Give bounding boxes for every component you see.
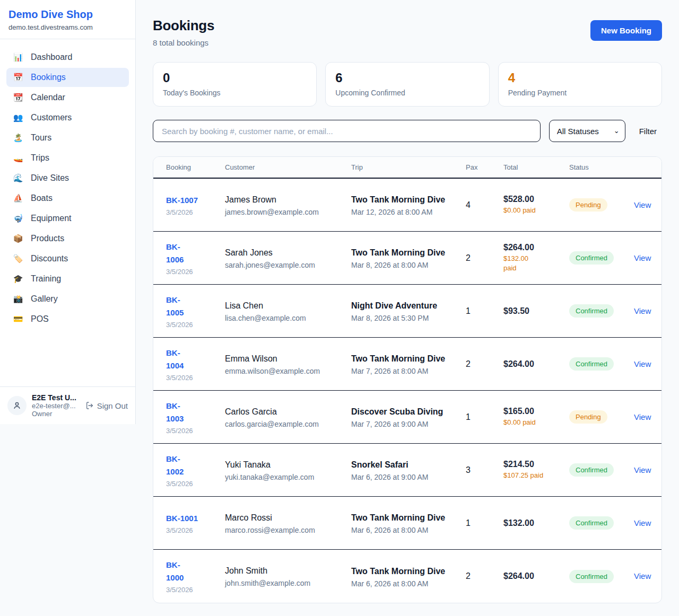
booking-created-date: 3/5/2026 [166,268,216,276]
sidebar-item-training[interactable]: 🎓 Training [6,269,129,288]
booking-number-link[interactable]: BK-1001 [166,512,198,525]
booking-number-link[interactable]: BK-1007 [166,194,198,207]
sidebar-item-pos[interactable]: 💳 POS [6,310,129,329]
tours-icon: 🏝️ [13,133,23,143]
booking-number-link[interactable]: BK- 1002 [166,453,184,478]
view-booking-link[interactable]: View [634,518,651,527]
sidebar-item-label: Trips [31,153,49,163]
table-row: BK- 1004 3/5/2026 Emma Wilson emma.wilso… [153,338,661,391]
bookings-table: Booking Customer Trip Pax Total Status B… [153,156,662,603]
pax-count: 1 [466,412,503,422]
booking-number-link[interactable]: BK- 1005 [166,294,184,319]
sidebar-item-label: Equipment [31,214,72,223]
total-amount: $264.00 [503,571,561,581]
trip-name: Two Tank Morning Dive [351,247,452,259]
person-icon [12,401,22,410]
view-booking-link[interactable]: View [634,200,651,209]
sidebar-item-label: Bookings [31,73,66,82]
sign-out-icon [85,401,94,410]
view-booking-link[interactable]: View [634,412,651,421]
status-select[interactable]: All Statuses [549,120,625,142]
booking-number-link[interactable]: BK- 1006 [166,241,184,266]
table-row: BK-1007 3/5/2026 James Brown james.brown… [153,179,661,232]
sidebar-item-tours[interactable]: 🏝️ Tours [6,128,129,147]
stat-card: 4 Pending Payment [498,62,662,107]
trips-icon: 🚤 [13,153,23,163]
sidebar-item-label: Dive Sites [31,173,69,183]
sidebar-item-gallery[interactable]: 📸 Gallery [6,289,129,309]
stat-value: 4 [508,71,652,85]
customer-email: yuki.tanaka@example.com [225,473,343,481]
paid-amount: $107.25 paid [503,471,546,480]
booking-number-link[interactable]: BK- 1000 [166,559,184,584]
filter-button[interactable]: Filter [634,127,662,136]
table-row: BK- 1003 3/5/2026 Carlos Garcia carlos.g… [153,391,661,444]
sidebar-item-label: Training [31,274,61,284]
discounts-icon: 🏷️ [13,254,23,263]
view-booking-link[interactable]: View [634,306,651,315]
view-booking-link[interactable]: View [634,465,651,474]
customer-email: carlos.garcia@example.com [225,420,343,428]
booking-created-date: 3/5/2026 [166,480,216,488]
booking-number-link[interactable]: BK- 1003 [166,400,184,425]
brand-name: Demo Dive Shop [8,8,127,21]
page-header: Bookings 8 total bookings New Booking [153,17,662,47]
status-select-wrap: All Statuses ⌄ [549,120,625,142]
sidebar-item-label: Tours [31,133,51,143]
sign-out-label: Sign Out [97,401,128,410]
pax-count: 2 [466,359,503,369]
total-amount: $264.00 [503,359,561,369]
page-title: Bookings [153,17,214,34]
user-email: e2e-tester@... [32,402,80,410]
status-badge: Confirmed [569,357,614,371]
trip-datetime: Mar 8, 2026 at 8:00 AM [351,261,457,269]
sidebar-item-dashboard[interactable]: 📊 Dashboard [6,48,129,67]
dashboard-icon: 📊 [13,52,23,62]
view-booking-link[interactable]: View [634,253,651,262]
sign-out-button[interactable]: Sign Out [85,401,128,410]
trip-name: Two Tank Morning Dive [351,353,452,365]
sidebar-item-label: Gallery [31,294,58,304]
sidebar-item-trips[interactable]: 🚤 Trips [6,148,129,168]
trip-datetime: Mar 6, 2026 at 8:00 AM [351,526,457,534]
view-booking-link[interactable]: View [634,571,651,580]
sidebar-item-dive-sites[interactable]: 🌊 Dive Sites [6,169,129,188]
sidebar-item-customers[interactable]: 👥 Customers [6,108,129,127]
sidebar-item-discounts[interactable]: 🏷️ Discounts [6,249,129,268]
sidebar-item-bookings[interactable]: 📅 Bookings [6,68,129,87]
booking-number-link[interactable]: BK- 1004 [166,347,184,372]
paid-amount: $132.00 paid [503,254,546,273]
stat-value: 6 [335,71,479,85]
total-amount: $132.00 [503,518,561,528]
stat-label: Today's Bookings [163,89,307,97]
search-input[interactable] [153,120,541,142]
stat-label: Pending Payment [508,89,652,97]
sidebar-item-calendar[interactable]: 📆 Calendar [6,88,129,107]
customer-email: marco.rossi@example.com [225,526,343,534]
total-amount: $214.50 [503,460,561,469]
booking-created-date: 3/5/2026 [166,208,216,216]
customer-name: Carlos Garcia [225,406,343,418]
column-header-booking: Booking [166,163,225,171]
customer-email: john.smith@example.com [225,579,343,587]
sidebar-item-equipment[interactable]: 🤿 Equipment [6,209,129,228]
sidebar-item-label: POS [31,314,49,324]
total-amount: $528.00 [503,195,561,204]
page-subtitle: 8 total bookings [153,38,214,47]
user-role: Owner [32,410,80,418]
view-booking-link[interactable]: View [634,359,651,368]
new-booking-button[interactable]: New Booking [590,20,662,41]
stat-card: 0 Today's Bookings [153,62,317,107]
brand-domain: demo.test.divestreams.com [8,23,127,31]
customer-name: Marco Rossi [225,512,343,524]
bookings-icon: 📅 [13,73,23,82]
customer-email: emma.wilson@example.com [225,367,343,375]
trip-datetime: Mar 12, 2026 at 8:00 AM [351,208,457,216]
sidebar-item-label: Boats [31,193,53,203]
customer-name: Yuki Tanaka [225,459,343,471]
sidebar-item-label: Dashboard [31,52,72,62]
sidebar-item-products[interactable]: 📦 Products [6,229,129,248]
booking-created-date: 3/5/2026 [166,427,216,435]
dive-sites-icon: 🌊 [13,173,23,183]
sidebar-item-boats[interactable]: ⛵ Boats [6,189,129,208]
